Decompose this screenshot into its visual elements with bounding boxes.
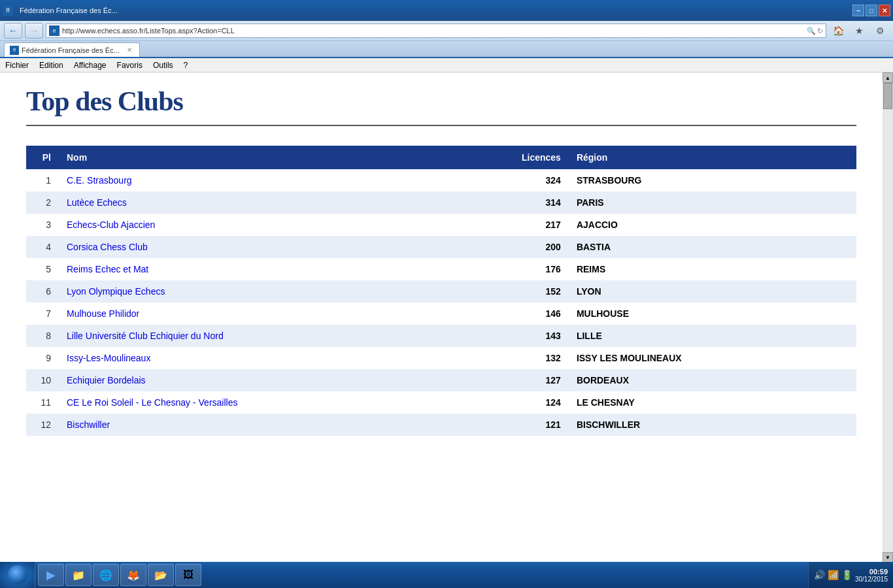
- cell-region: REIMS: [569, 258, 856, 280]
- taskbar-app-photos[interactable]: 🖼: [175, 564, 201, 586]
- cell-region: LILLE: [569, 325, 856, 347]
- menu-favoris[interactable]: Favoris: [112, 59, 148, 71]
- cell-region: MULHOUSE: [569, 302, 856, 325]
- refresh-button[interactable]: ↻: [817, 27, 823, 35]
- table-row: 10 Echiquier Bordelais 127 BORDEAUX: [26, 369, 856, 391]
- cell-licenses: 132: [503, 347, 569, 369]
- menu-help[interactable]: ?: [178, 59, 194, 71]
- menu-edition[interactable]: Edition: [34, 59, 69, 71]
- taskbar-app-explorer[interactable]: 📁: [65, 564, 92, 586]
- folder-icon: 📂: [154, 568, 168, 582]
- cell-rank: 3: [26, 214, 59, 236]
- col-rank: Pl: [26, 146, 59, 169]
- active-tab[interactable]: ff Fédération Française des Éc... ✕: [4, 42, 140, 57]
- table-row: 4 Corsica Chess Club 200 BASTIA: [26, 236, 856, 258]
- menu-outils[interactable]: Outils: [148, 59, 178, 71]
- table-row: 5 Reims Echec et Mat 176 REIMS: [26, 258, 856, 280]
- clock-date: 30/12/2015: [855, 576, 888, 583]
- taskbar: ▶ 📁 🌐 🦊 📂 🖼 🔊 📶 🔋 00:59 30/12/2015: [0, 562, 893, 588]
- cell-name[interactable]: Issy-Les-Moulineaux: [59, 347, 503, 369]
- forward-button[interactable]: →: [25, 23, 43, 39]
- network-icon[interactable]: 📶: [828, 570, 839, 580]
- url-text: http://www.echecs.asso.fr/ListeTops.aspx…: [62, 27, 804, 35]
- taskbar-app-folder2[interactable]: 📂: [148, 564, 174, 586]
- toolbar-icons: 🏠 ★ ⚙: [829, 23, 889, 39]
- volume-icon[interactable]: 🔊: [814, 570, 825, 580]
- battery-icon[interactable]: 🔋: [841, 570, 852, 580]
- tools-button[interactable]: ⚙: [871, 23, 889, 39]
- table-row: 12 Bischwiller 121 BISCHWILLER: [26, 414, 856, 436]
- cell-rank: 10: [26, 369, 59, 391]
- menu-fichier[interactable]: Fichier: [0, 59, 34, 71]
- cell-licenses: 124: [503, 391, 569, 414]
- cell-rank: 8: [26, 325, 59, 347]
- cell-name[interactable]: Echiquier Bordelais: [59, 369, 503, 391]
- cell-name[interactable]: Reims Echec et Mat: [59, 258, 503, 280]
- taskbar-app-ie[interactable]: 🌐: [93, 564, 119, 586]
- address-bar[interactable]: ff http://www.echecs.asso.fr/ListeTops.a…: [46, 24, 826, 38]
- search-icon[interactable]: 🔍: [807, 27, 816, 35]
- minimize-button[interactable]: –: [852, 5, 864, 16]
- close-button[interactable]: ✕: [879, 5, 890, 16]
- cell-licenses: 121: [503, 414, 569, 436]
- cell-licenses: 217: [503, 214, 569, 236]
- cell-region: LYON: [569, 280, 856, 302]
- cell-rank: 7: [26, 302, 59, 325]
- media-player-icon: ▶: [44, 568, 58, 582]
- cell-name[interactable]: Mulhouse Philidor: [59, 302, 503, 325]
- cell-region: AJACCIO: [569, 214, 856, 236]
- cell-name[interactable]: CE Le Roi Soleil - Le Chesnay - Versaill…: [59, 391, 503, 414]
- scroll-track[interactable]: [883, 83, 892, 552]
- cell-region: BASTIA: [569, 236, 856, 258]
- cell-name[interactable]: C.E. Strasbourg: [59, 169, 503, 191]
- cell-rank: 1: [26, 169, 59, 191]
- cell-name[interactable]: Echecs-Club Ajaccien: [59, 214, 503, 236]
- cell-rank: 9: [26, 347, 59, 369]
- taskbar-app-media[interactable]: ▶: [38, 564, 64, 586]
- taskbar-apps: ▶ 📁 🌐 🦊 📂 🖼: [35, 564, 808, 586]
- content-area: Top des Clubs Pl Nom Licences Région 1 C…: [0, 73, 883, 563]
- col-name: Nom: [59, 146, 503, 169]
- cell-licenses: 127: [503, 369, 569, 391]
- photos-icon: 🖼: [181, 568, 195, 582]
- cell-rank: 11: [26, 391, 59, 414]
- home-button[interactable]: 🏠: [829, 23, 847, 39]
- clock-time: 00:59: [855, 568, 888, 576]
- cell-region: BORDEAUX: [569, 369, 856, 391]
- cell-licenses: 176: [503, 258, 569, 280]
- cell-name[interactable]: Lyon Olympique Echecs: [59, 280, 503, 302]
- scroll-down-button[interactable]: ▼: [883, 552, 893, 563]
- favicon: ff: [49, 25, 59, 36]
- cell-rank: 2: [26, 191, 59, 214]
- cell-licenses: 200: [503, 236, 569, 258]
- cell-name[interactable]: Lille Université Club Echiquier du Nord: [59, 325, 503, 347]
- taskbar-clock[interactable]: 00:59 30/12/2015: [855, 568, 888, 583]
- taskbar-app-firefox[interactable]: 🦊: [120, 564, 146, 586]
- clubs-table: Pl Nom Licences Région 1 C.E. Strasbourg…: [26, 146, 856, 436]
- cell-rank: 12: [26, 414, 59, 436]
- cell-region: BISCHWILLER: [569, 414, 856, 436]
- cell-licenses: 146: [503, 302, 569, 325]
- ie-icon: 🌐: [99, 568, 113, 582]
- cell-name[interactable]: Corsica Chess Club: [59, 236, 503, 258]
- menu-affichage[interactable]: Affichage: [69, 59, 112, 71]
- title-divider: [26, 125, 856, 126]
- window-chrome: ff Fédération Française des Éc... – □ ✕: [0, 0, 893, 21]
- col-licenses: Licences: [503, 146, 569, 169]
- favorites-star-button[interactable]: ★: [850, 23, 868, 39]
- scroll-thumb[interactable]: [883, 83, 892, 109]
- cell-licenses: 143: [503, 325, 569, 347]
- maximize-button[interactable]: □: [866, 5, 877, 16]
- back-button[interactable]: ←: [4, 23, 22, 39]
- start-button[interactable]: [0, 562, 35, 588]
- vertical-scrollbar[interactable]: ▲ ▼: [883, 73, 893, 563]
- taskbar-right: 🔊 📶 🔋 00:59 30/12/2015: [808, 562, 893, 588]
- cell-name[interactable]: Bischwiller: [59, 414, 503, 436]
- scroll-up-button[interactable]: ▲: [883, 73, 893, 83]
- browser-toolbar: ← → ff http://www.echecs.asso.fr/ListeTo…: [0, 21, 893, 41]
- tab-close-button[interactable]: ✕: [125, 46, 134, 55]
- cell-licenses: 324: [503, 169, 569, 191]
- cell-rank: 6: [26, 280, 59, 302]
- table-row: 3 Echecs-Club Ajaccien 217 AJACCIO: [26, 214, 856, 236]
- cell-name[interactable]: Lutèce Echecs: [59, 191, 503, 214]
